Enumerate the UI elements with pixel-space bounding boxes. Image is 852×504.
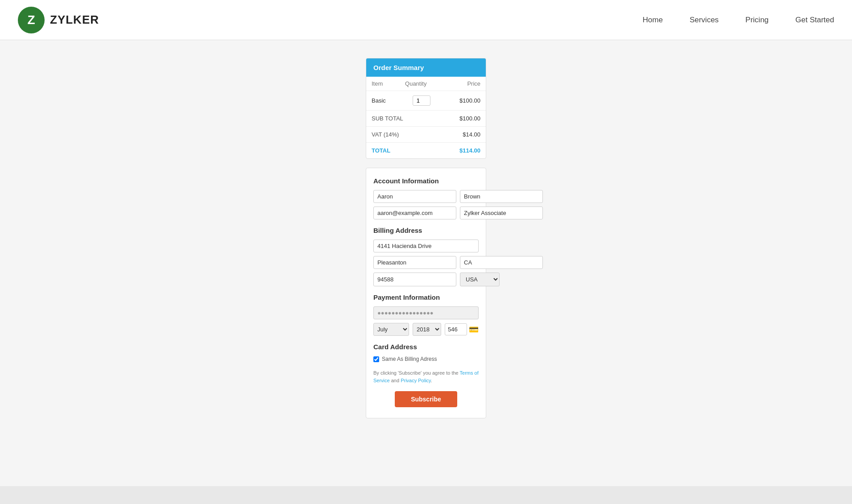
country-select[interactable]: USA UK Canada Australia: [460, 273, 500, 286]
order-summary-card: Order Summary Item Quantity Price Basic …: [366, 58, 486, 159]
main-nav: Home Services Pricing Get Started: [643, 16, 834, 25]
vat-value: $14.00: [443, 127, 486, 143]
form-card: Account Information Billing Address USA: [366, 168, 486, 418]
total-label: TOTAL: [366, 143, 443, 159]
expiry-cvv-row: January February March April May June Ju…: [373, 323, 479, 336]
subscribe-btn-wrapper: Subscribe: [373, 391, 479, 407]
billing-section-title: Billing Address: [373, 227, 479, 234]
email-company-row: [373, 207, 479, 219]
subtotal-row: SUB TOTAL $100.00: [366, 111, 486, 127]
total-row: TOTAL $114.00: [366, 143, 486, 159]
terms-middle: and: [390, 378, 401, 383]
nav-home[interactable]: Home: [643, 16, 663, 25]
order-table: Item Quantity Price Basic $100.00 SUB TO…: [366, 77, 486, 158]
item-price: $100.00: [443, 91, 486, 111]
nav-services[interactable]: Services: [690, 16, 719, 25]
col-price: Price: [443, 77, 486, 91]
city-state-row: [373, 256, 479, 269]
address-input[interactable]: [373, 240, 479, 252]
site-header: Z ZYLKER Home Services Pricing Get Start…: [0, 0, 852, 40]
account-section-title: Account Information: [373, 177, 479, 185]
card-address-section: Card Address Same As Billing Adress: [373, 343, 479, 362]
payment-section: Payment Information January February Mar…: [373, 293, 479, 336]
logo-icon: Z: [18, 7, 45, 33]
zip-country-row: USA UK Canada Australia: [373, 273, 479, 286]
same-as-billing-label: Same As Billing Adress: [382, 356, 437, 362]
item-name: Basic: [366, 91, 400, 111]
cvv-wrapper: 💳: [445, 323, 479, 335]
subtotal-value: $100.00: [443, 111, 486, 127]
expiry-year-select[interactable]: 2018 2019 2020 2021 2022 2023: [413, 323, 441, 336]
last-name-input[interactable]: [460, 190, 543, 203]
vat-row: VAT (14%) $14.00: [366, 127, 486, 143]
zip-input[interactable]: [373, 273, 456, 286]
company-input[interactable]: [460, 207, 543, 219]
item-quantity-input[interactable]: [413, 95, 430, 106]
terms-text: By clicking 'Subscribe' you agree to the…: [373, 369, 479, 384]
card-number-input[interactable]: [373, 306, 479, 319]
payment-section-title: Payment Information: [373, 293, 479, 301]
state-input[interactable]: [460, 256, 543, 269]
same-as-billing-row: Same As Billing Adress: [373, 356, 479, 362]
col-quantity: Quantity: [400, 77, 443, 91]
subtotal-label: SUB TOTAL: [366, 111, 443, 127]
same-as-billing-checkbox[interactable]: [373, 356, 379, 362]
expiry-month-select[interactable]: January February March April May June Ju…: [373, 323, 409, 336]
footer-bar: [0, 486, 852, 504]
order-summary-title: Order Summary: [366, 58, 486, 77]
logo-area: Z ZYLKER: [18, 7, 99, 33]
logo-letter: Z: [27, 13, 35, 27]
main-content: Order Summary Item Quantity Price Basic …: [0, 40, 852, 445]
card-address-title: Card Address: [373, 343, 479, 351]
address-wrapper: [373, 240, 479, 252]
order-item-row: Basic $100.00: [366, 91, 486, 111]
privacy-policy-link[interactable]: Privacy Policy: [401, 378, 431, 383]
nav-pricing[interactable]: Pricing: [745, 16, 769, 25]
col-item: Item: [366, 77, 400, 91]
card-icon: 💳: [469, 325, 479, 335]
nav-get-started[interactable]: Get Started: [795, 16, 834, 25]
name-row: [373, 190, 479, 203]
logo-name: ZYLKER: [50, 13, 99, 27]
vat-label: VAT (14%): [366, 127, 443, 143]
total-value: $114.00: [443, 143, 486, 159]
terms-before: By clicking 'Subscribe' you agree to the: [373, 370, 460, 376]
first-name-input[interactable]: [373, 190, 456, 203]
cvv-input[interactable]: [445, 323, 467, 335]
card-number-wrapper: [373, 306, 479, 319]
city-input[interactable]: [373, 256, 456, 269]
terms-after: .: [431, 378, 432, 383]
email-input[interactable]: [373, 207, 456, 219]
subscribe-button[interactable]: Subscribe: [395, 391, 457, 407]
billing-section: Billing Address USA UK Canada Australia: [373, 227, 479, 286]
